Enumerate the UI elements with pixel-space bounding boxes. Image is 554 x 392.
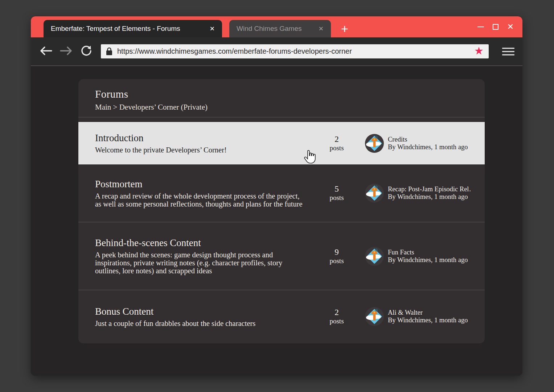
windchimes-avatar (365, 134, 384, 153)
forum-row-behind-the-scenes[interactable]: Behind-the-scenes Content A peek behind … (78, 222, 485, 290)
latest-post-title[interactable]: Credits (388, 136, 468, 143)
hamburger-icon (502, 54, 514, 55)
maximize-button[interactable] (490, 21, 501, 32)
browser-window: Emberfate: Tempest of Elements - Forums … (31, 16, 522, 376)
bookmark-star-icon[interactable]: ★ (474, 46, 484, 57)
reload-icon (80, 45, 93, 57)
post-count-number: 5 (313, 184, 360, 194)
menu-button[interactable] (502, 48, 514, 55)
hand-cursor (303, 150, 316, 165)
url-text[interactable]: https://www.windchimesgames.com/emberfat… (117, 47, 469, 56)
tab-close-icon[interactable]: ✕ (319, 25, 324, 33)
hamburger-icon (502, 48, 514, 49)
lock-icon (106, 47, 112, 56)
forum-row-introduction[interactable]: Introduction Welcome to the private Deve… (78, 122, 485, 164)
maximize-icon (493, 24, 498, 30)
latest-post-byline: By Windchimes, 1 month ago (388, 193, 472, 201)
post-count: 2 posts (313, 308, 360, 325)
back-button[interactable] (39, 46, 53, 57)
latest-post-title[interactable]: Recap: Post-Jam Episodic Rel… (388, 185, 472, 193)
post-count-number: 2 (313, 308, 360, 317)
forum-description: A recap and review of the whole developm… (95, 192, 305, 208)
post-count: 9 posts (313, 248, 360, 265)
post-count-label: posts (313, 194, 360, 202)
post-count: 2 posts (313, 135, 360, 152)
tab-title: Wind Chimes Games (237, 25, 312, 33)
forums-header: Forums Main > Developers’ Corner (Privat… (78, 79, 485, 118)
post-count: 5 posts (313, 184, 360, 202)
page-title: Forums (95, 88, 468, 100)
post-count-number: 2 (313, 135, 360, 144)
windchimes-avatar (365, 184, 384, 203)
close-window-button[interactable]: ✕ (505, 21, 516, 32)
tab-wind-chimes-games[interactable]: Wind Chimes Games ✕ (229, 20, 331, 37)
tab-close-icon[interactable]: ✕ (210, 25, 215, 33)
tab-title: Emberfate: Tempest of Elements - Forums (51, 25, 203, 33)
page-content: Forums Main > Developers’ Corner (Privat… (31, 67, 522, 376)
latest-post-byline: By Windchimes, 1 month ago (388, 317, 468, 324)
url-bar[interactable]: https://www.windchimesgames.com/emberfat… (101, 44, 489, 58)
browser-titlebar: Emberfate: Tempest of Elements - Forums … (31, 16, 522, 37)
back-arrow-icon (39, 46, 53, 56)
forum-title[interactable]: Behind-the-scenes Content (95, 237, 305, 249)
post-count-label: posts (313, 144, 360, 152)
browser-navbar: https://www.windchimesgames.com/emberfat… (31, 37, 522, 66)
forum-row-postmortem[interactable]: Postmortem A recap and review of the who… (78, 164, 485, 222)
forum-title[interactable]: Postmortem (95, 179, 305, 190)
divider (78, 118, 485, 122)
latest-post-title[interactable]: Ali & Walter (388, 309, 468, 317)
latest-post-title[interactable]: Fun Facts (388, 249, 468, 256)
forum-description: A peek behind the scenes: game design th… (95, 251, 305, 275)
latest-post-byline: By Windchimes, 1 month ago (388, 256, 468, 264)
forum-title[interactable]: Introduction (95, 132, 305, 144)
new-tab-button[interactable]: + (337, 20, 352, 37)
window-controls: ✕ (475, 16, 516, 37)
forums-card: Forums Main > Developers’ Corner (Privat… (78, 79, 485, 343)
latest-post[interactable]: Credits By Windchimes, 1 month ago (365, 134, 472, 153)
forum-row-bonus-content[interactable]: Bonus Content Just a couple of fun drabb… (78, 290, 485, 343)
latest-post[interactable]: Ali & Walter By Windchimes, 1 month ago (365, 307, 472, 326)
minimize-icon (477, 26, 484, 27)
latest-post[interactable]: Fun Facts By Windchimes, 1 month ago (365, 247, 472, 266)
post-count-label: posts (313, 257, 360, 265)
latest-post-byline: By Windchimes, 1 month ago (388, 143, 468, 151)
latest-post[interactable]: Recap: Post-Jam Episodic Rel… By Windchi… (365, 184, 472, 203)
forward-arrow-icon (59, 46, 73, 56)
windchimes-avatar (365, 307, 384, 326)
tab-emberfate-forums[interactable]: Emberfate: Tempest of Elements - Forums … (44, 20, 222, 37)
forum-title[interactable]: Bonus Content (95, 306, 305, 317)
reload-button[interactable] (80, 45, 93, 58)
forum-description: Just a couple of fun drabbles about the … (95, 319, 305, 327)
forum-description: Welcome to the private Developers’ Corne… (95, 146, 305, 154)
close-icon: ✕ (507, 23, 514, 31)
windchimes-avatar (365, 247, 384, 266)
post-count-number: 9 (313, 248, 360, 257)
hamburger-icon (502, 51, 514, 52)
forward-button[interactable] (59, 46, 73, 57)
minimize-button[interactable] (475, 21, 486, 32)
post-count-label: posts (313, 317, 360, 325)
breadcrumb[interactable]: Main > Developers’ Corner (Private) (95, 103, 468, 112)
